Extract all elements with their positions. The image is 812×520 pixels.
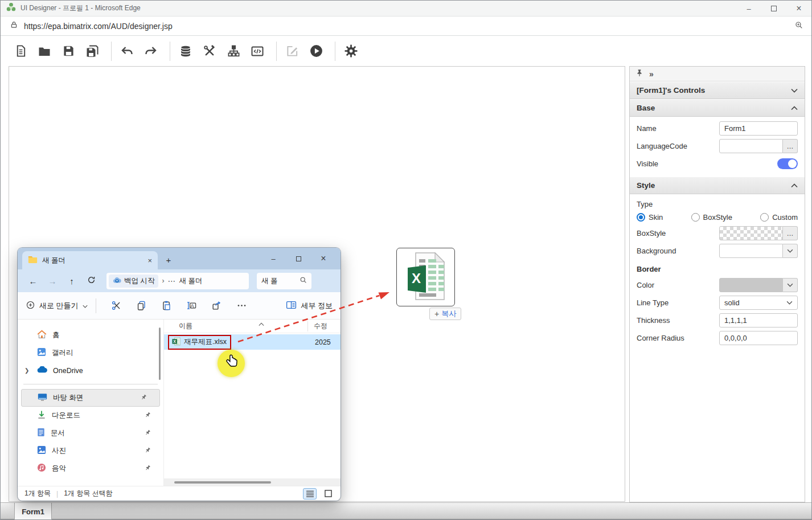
- radio-custom[interactable]: Custom: [760, 213, 798, 222]
- search-box[interactable]: [257, 273, 311, 289]
- corner-radius-field[interactable]: [719, 331, 798, 345]
- tab-form1[interactable]: Form1: [14, 503, 52, 520]
- sidebar-item-label: 문서: [51, 428, 65, 438]
- url-text[interactable]: https://epa.bimatrix.com/AUD/designer.js…: [24, 22, 173, 31]
- minimize-button[interactable]: –: [736, 1, 761, 17]
- sidebar-item-pictures[interactable]: 사진: [18, 442, 163, 460]
- type-label: Type: [630, 194, 805, 210]
- rename-button[interactable]: A: [179, 300, 204, 311]
- breadcrumb-ellipsis[interactable]: ⋯: [167, 276, 175, 285]
- corner-radius-label: Corner Radius: [637, 334, 684, 342]
- list-view-button[interactable]: [303, 488, 317, 499]
- visible-toggle[interactable]: [777, 158, 798, 169]
- copy-button[interactable]: [129, 300, 154, 311]
- sidebar-item-desktop[interactable]: 바탕 화면: [21, 389, 160, 407]
- boxstyle-swatch[interactable]: [719, 226, 783, 240]
- thickness-field[interactable]: [719, 313, 798, 327]
- file-name: 재무제표.xlsx: [184, 337, 227, 347]
- horizontal-scrollbar-thumb[interactable]: [174, 481, 271, 484]
- zoom-in-icon[interactable]: [794, 21, 803, 32]
- boxstyle-browse-button[interactable]: …: [783, 226, 798, 240]
- border-color-swatch[interactable]: [719, 278, 783, 292]
- breadcrumb-root[interactable]: 백업 시작: [109, 275, 158, 288]
- section-base-label: Base: [637, 104, 655, 112]
- settings-button[interactable]: [343, 44, 358, 59]
- more-button[interactable]: [229, 300, 255, 311]
- svg-text:X: X: [173, 339, 176, 343]
- share-button[interactable]: [204, 300, 229, 311]
- explorer-tab[interactable]: 새 폴더 ×: [22, 251, 158, 269]
- radio-skin-label: Skin: [649, 213, 663, 222]
- sidebar-item-downloads[interactable]: 다운로드: [18, 407, 163, 424]
- hierarchy-button[interactable]: [226, 44, 241, 59]
- maximize-button[interactable]: [761, 1, 786, 17]
- save-button[interactable]: [61, 44, 76, 59]
- radio-boxstyle[interactable]: BoxStyle: [691, 213, 732, 222]
- horizontal-scrollbar[interactable]: [164, 478, 341, 486]
- sidebar-divider: [23, 384, 158, 384]
- breadcrumb-current[interactable]: 새 폴더: [179, 276, 202, 286]
- explorer-minimize-button[interactable]: –: [261, 248, 286, 269]
- new-item-button[interactable]: 새로 만들기: [26, 300, 88, 312]
- database-button[interactable]: [178, 44, 193, 59]
- section-base-header[interactable]: Base: [630, 99, 805, 117]
- line-type-select[interactable]: solid: [719, 296, 798, 310]
- background-swatch[interactable]: [719, 244, 783, 258]
- forward-button[interactable]: →: [44, 276, 61, 286]
- details-button[interactable]: 세부 정보: [286, 300, 333, 312]
- undo-button[interactable]: [120, 44, 134, 59]
- chevron-down-icon: [786, 301, 793, 305]
- downloads-icon: [37, 410, 46, 421]
- close-button[interactable]: ×: [786, 1, 811, 17]
- explorer-close-button[interactable]: ×: [311, 248, 336, 269]
- sidebar-item-music[interactable]: 음악: [18, 460, 163, 477]
- code-button[interactable]: [250, 44, 265, 59]
- column-name[interactable]: 이름: [164, 321, 192, 331]
- paste-button[interactable]: [154, 300, 179, 311]
- tab-close-icon[interactable]: ×: [147, 256, 152, 265]
- sidebar-item-gallery[interactable]: 갤러리: [18, 344, 163, 362]
- onedrive-icon: [37, 366, 47, 375]
- address-bar[interactable]: 백업 시작 › ⋯ 새 폴더: [106, 273, 249, 289]
- radio-skin[interactable]: Skin: [637, 213, 663, 222]
- details-label: 세부 정보: [301, 301, 333, 311]
- expand-chevron-icon[interactable]: ❯: [24, 367, 29, 374]
- sidebar-item-home[interactable]: 홈: [18, 326, 163, 344]
- new-file-button[interactable]: [13, 44, 28, 59]
- languagecode-field[interactable]: [719, 139, 783, 153]
- radio-dot: [760, 213, 769, 222]
- sidebar-item-documents[interactable]: 문서: [18, 424, 163, 442]
- column-modified[interactable]: 수정: [314, 321, 327, 331]
- explorer-maximize-button[interactable]: [286, 248, 311, 269]
- back-button[interactable]: ←: [24, 276, 42, 286]
- icon-view-button[interactable]: [321, 488, 335, 499]
- redo-button[interactable]: [143, 44, 158, 59]
- sidebar-item-onedrive[interactable]: ❯ OneDrive: [18, 362, 163, 379]
- save-all-button[interactable]: [85, 44, 100, 59]
- section-style-header[interactable]: Style: [630, 177, 805, 194]
- new-tab-button[interactable]: +: [161, 252, 176, 267]
- refresh-button[interactable]: [83, 276, 100, 286]
- search-input[interactable]: [261, 277, 296, 285]
- cut-button[interactable]: [104, 300, 129, 311]
- collapse-panel-icon[interactable]: »: [649, 69, 654, 79]
- properties-panel: » [Form1]'s Controls Base Name LanguageC…: [629, 66, 805, 502]
- border-color-dropdown-button[interactable]: [783, 278, 798, 292]
- file-row[interactable]: X 재무제표.xlsx 2025: [164, 334, 341, 350]
- background-dropdown-button[interactable]: [783, 244, 798, 258]
- file-explorer-window: 새 폴더 × + – × ← → ↑ 백업 시작 › ⋯ 새 폴더: [18, 248, 341, 501]
- languagecode-browse-button[interactable]: …: [783, 139, 798, 153]
- pin-icon[interactable]: [635, 69, 643, 79]
- sidebar-scrollbar[interactable]: [159, 327, 161, 380]
- edit-button[interactable]: [285, 44, 300, 59]
- run-button[interactable]: [309, 44, 323, 59]
- controls-header[interactable]: [Form1]'s Controls: [630, 81, 805, 99]
- up-button[interactable]: ↑: [63, 276, 80, 286]
- column-divider[interactable]: [307, 321, 308, 331]
- excel-drop-preview[interactable]: X: [396, 248, 455, 306]
- open-folder-button[interactable]: [37, 44, 52, 59]
- cloud-sync-icon: [113, 277, 121, 285]
- home-icon: [37, 330, 47, 341]
- name-field[interactable]: [719, 121, 798, 136]
- tools-button[interactable]: [202, 44, 217, 59]
